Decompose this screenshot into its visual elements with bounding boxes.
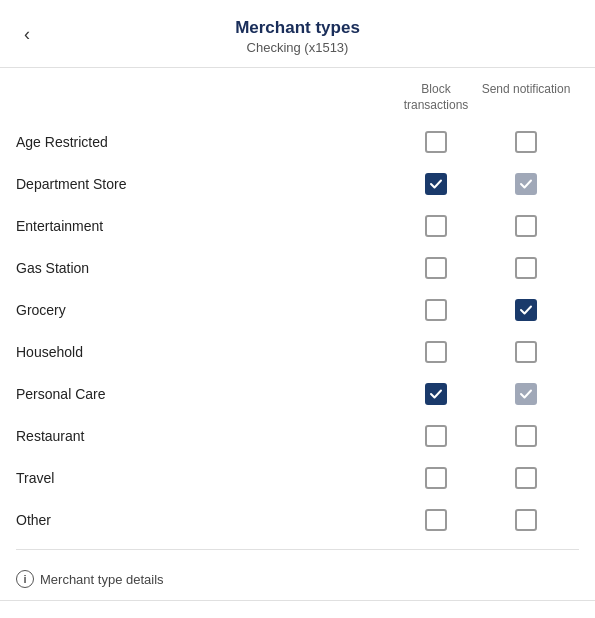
merchant-name: Entertainment <box>16 218 391 234</box>
block-checkbox-cell <box>391 509 481 531</box>
block-checkbox-cell <box>391 131 481 153</box>
checkbox-group <box>391 509 571 531</box>
account-subtitle: Checking (x1513) <box>16 40 579 55</box>
notify-checkbox-cell <box>481 509 571 531</box>
notify-checkbox-cell <box>481 131 571 153</box>
block-checkbox-cell <box>391 173 481 195</box>
checkbox-group <box>391 467 571 489</box>
page-header: ‹ Merchant types Checking (x1513) <box>0 0 595 68</box>
checkbox-group <box>391 383 571 405</box>
column-headers: Block transactions Send notification <box>16 68 571 121</box>
block-checkbox[interactable] <box>425 173 447 195</box>
block-checkbox[interactable] <box>425 131 447 153</box>
notify-column-header: Send notification <box>481 82 571 113</box>
page-title: Merchant types <box>16 18 579 38</box>
block-checkbox[interactable] <box>425 341 447 363</box>
merchant-name: Other <box>16 512 391 528</box>
checkbox-group <box>391 257 571 279</box>
block-column-header: Block transactions <box>391 82 481 113</box>
merchant-name: Personal Care <box>16 386 391 402</box>
merchant-rows: Age Restricted Department Store Entertai… <box>16 121 579 541</box>
notify-checkbox-cell <box>481 425 571 447</box>
notify-checkbox[interactable] <box>515 341 537 363</box>
block-checkbox-cell <box>391 215 481 237</box>
notify-checkbox[interactable] <box>515 131 537 153</box>
block-checkbox-cell <box>391 467 481 489</box>
merchant-list-content: Block transactions Send notification Age… <box>0 68 595 600</box>
block-checkbox-cell <box>391 257 481 279</box>
merchant-name: Grocery <box>16 302 391 318</box>
notify-checkbox-cell <box>481 173 571 195</box>
block-checkbox[interactable] <box>425 215 447 237</box>
merchant-details-link[interactable]: i Merchant type details <box>16 558 579 600</box>
merchant-name: Department Store <box>16 176 391 192</box>
block-checkbox[interactable] <box>425 299 447 321</box>
checkbox-group <box>391 215 571 237</box>
merchant-name: Restaurant <box>16 428 391 444</box>
notify-checkbox-cell <box>481 215 571 237</box>
block-checkbox[interactable] <box>425 467 447 489</box>
merchant-name: Gas Station <box>16 260 391 276</box>
table-row: Department Store <box>16 163 579 205</box>
block-checkbox[interactable] <box>425 425 447 447</box>
table-row: Gas Station <box>16 247 579 289</box>
table-row: Personal Care <box>16 373 579 415</box>
table-row: Travel <box>16 457 579 499</box>
block-checkbox-cell <box>391 299 481 321</box>
notify-checkbox-cell <box>481 257 571 279</box>
notify-checkbox[interactable] <box>515 299 537 321</box>
table-row: Entertainment <box>16 205 579 247</box>
info-icon: i <box>16 570 34 588</box>
notify-checkbox[interactable] <box>515 173 537 195</box>
merchant-details-label: Merchant type details <box>40 572 164 587</box>
divider <box>16 549 579 550</box>
back-button[interactable]: ‹ <box>16 19 38 48</box>
checkbox-group <box>391 173 571 195</box>
notify-checkbox-cell <box>481 467 571 489</box>
merchant-name: Travel <box>16 470 391 486</box>
block-checkbox-cell <box>391 425 481 447</box>
table-row: Age Restricted <box>16 121 579 163</box>
notify-checkbox[interactable] <box>515 425 537 447</box>
block-checkbox-cell <box>391 341 481 363</box>
notify-checkbox-cell <box>481 383 571 405</box>
block-checkbox-cell <box>391 383 481 405</box>
checkbox-group <box>391 341 571 363</box>
merchant-name: Household <box>16 344 391 360</box>
notify-checkbox[interactable] <box>515 383 537 405</box>
checkbox-group <box>391 425 571 447</box>
notify-checkbox[interactable] <box>515 509 537 531</box>
table-row: Other <box>16 499 579 541</box>
checkbox-group <box>391 131 571 153</box>
merchant-name: Age Restricted <box>16 134 391 150</box>
notify-checkbox-cell <box>481 341 571 363</box>
table-row: Restaurant <box>16 415 579 457</box>
checkbox-group <box>391 299 571 321</box>
notify-checkbox[interactable] <box>515 215 537 237</box>
notify-checkbox[interactable] <box>515 257 537 279</box>
block-checkbox[interactable] <box>425 509 447 531</box>
notify-checkbox-cell <box>481 299 571 321</box>
block-checkbox[interactable] <box>425 257 447 279</box>
table-row: Grocery <box>16 289 579 331</box>
footer: Save Cancel <box>0 600 595 618</box>
notify-checkbox[interactable] <box>515 467 537 489</box>
block-checkbox[interactable] <box>425 383 447 405</box>
table-row: Household <box>16 331 579 373</box>
